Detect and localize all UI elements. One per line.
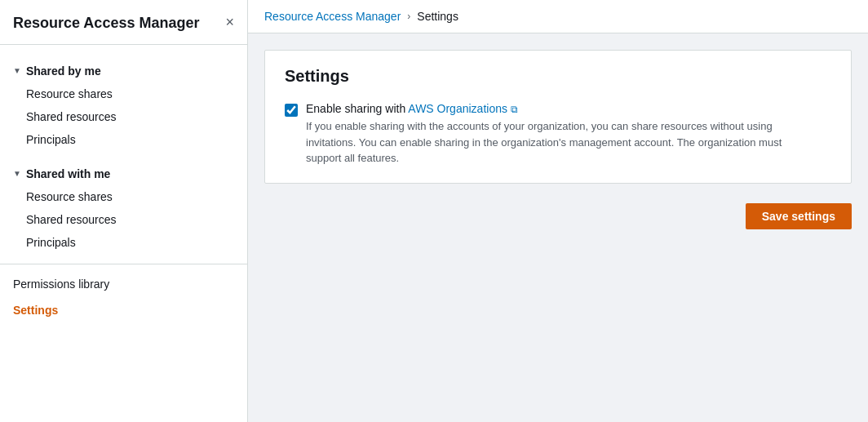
sidebar-section-header-shared-with-me[interactable]: ▼ Shared with me xyxy=(0,162,247,185)
sidebar-section-shared-with-me: ▼ Shared with me Resource shares Shared … xyxy=(0,154,247,257)
breadcrumb-current-page: Settings xyxy=(417,10,458,23)
save-settings-button[interactable]: Save settings xyxy=(746,203,852,229)
sidebar-item-permissions-library[interactable]: Permissions library xyxy=(0,271,247,297)
sidebar-section-header-shared-by-me[interactable]: ▼ Shared by me xyxy=(0,60,247,82)
settings-card: Settings Enable sharing with AWS Organiz… xyxy=(264,50,852,184)
sidebar-section-shared-by-me: ▼ Shared by me Resource shares Shared re… xyxy=(0,51,247,154)
breadcrumb: Resource Access Manager › Settings xyxy=(248,0,868,33)
main-content: Resource Access Manager › Settings Setti… xyxy=(248,0,868,422)
sidebar-item-shared-with-me-resource-shares[interactable]: Resource shares xyxy=(0,185,247,208)
save-button-row: Save settings xyxy=(264,203,852,229)
checkbox-label-prefix: Enable sharing with xyxy=(306,102,408,115)
breadcrumb-link-ram[interactable]: Resource Access Manager xyxy=(264,10,401,23)
sidebar-section-label-shared-by-me: Shared by me xyxy=(26,64,101,78)
sidebar: Resource Access Manager × ▼ Shared by me… xyxy=(0,0,248,422)
enable-sharing-row: Enable sharing with AWS Organizations ⧉ … xyxy=(285,102,831,167)
sidebar-section-label-shared-with-me: Shared with me xyxy=(26,167,110,180)
sidebar-item-shared-by-me-principals[interactable]: Principals xyxy=(0,128,247,151)
checkbox-label: Enable sharing with AWS Organizations ⧉ xyxy=(306,102,812,115)
aws-organizations-link[interactable]: AWS Organizations xyxy=(408,102,507,115)
sidebar-title: Resource Access Manager xyxy=(13,15,199,33)
close-button[interactable]: × xyxy=(225,15,234,29)
sidebar-item-shared-with-me-shared-resources[interactable]: Shared resources xyxy=(0,208,247,231)
checkbox-description: If you enable sharing with the accounts … xyxy=(306,118,812,167)
sidebar-item-shared-with-me-principals[interactable]: Principals xyxy=(0,231,247,254)
checkbox-label-container: Enable sharing with AWS Organizations ⧉ … xyxy=(306,102,812,167)
sidebar-item-settings[interactable]: Settings xyxy=(0,297,247,323)
sidebar-header: Resource Access Manager × xyxy=(0,0,247,45)
collapse-arrow-shared-with-me: ▼ xyxy=(13,169,21,178)
content-area: Settings Enable sharing with AWS Organiz… xyxy=(248,33,868,422)
enable-sharing-checkbox[interactable] xyxy=(285,104,298,117)
settings-title: Settings xyxy=(285,67,831,86)
sidebar-item-shared-by-me-resource-shares[interactable]: Resource shares xyxy=(0,82,247,105)
sidebar-navigation: ▼ Shared by me Resource shares Shared re… xyxy=(0,45,247,330)
sidebar-item-shared-by-me-shared-resources[interactable]: Shared resources xyxy=(0,105,247,128)
external-link-icon: ⧉ xyxy=(511,104,518,115)
sidebar-divider xyxy=(0,264,247,264)
breadcrumb-separator: › xyxy=(407,11,410,22)
collapse-arrow-shared-by-me: ▼ xyxy=(13,66,21,75)
